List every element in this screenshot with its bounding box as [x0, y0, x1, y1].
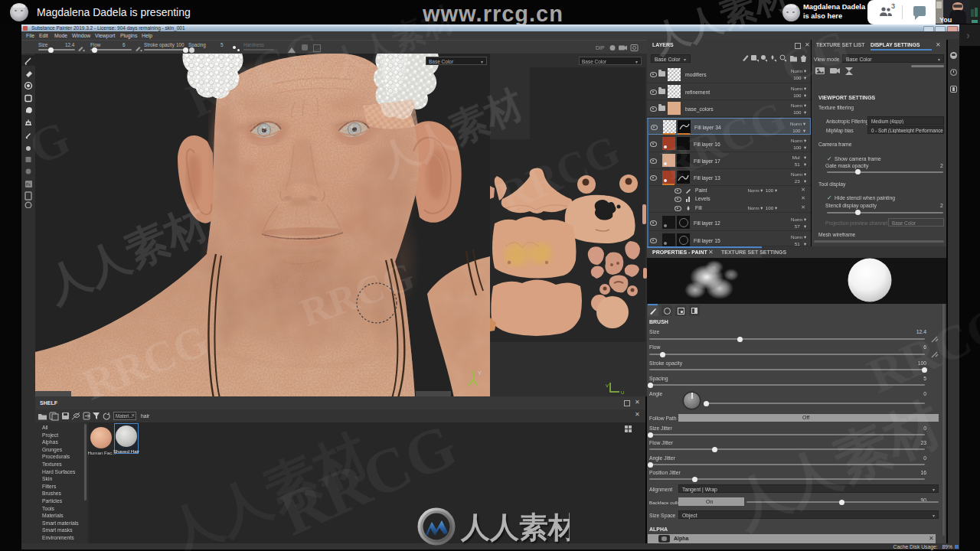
svg-text:U: U [621, 390, 624, 395]
svg-text:V: V [606, 383, 609, 388]
svg-text:人人素材: 人人素材 [460, 511, 570, 543]
svg-text:Ps: Ps [26, 182, 31, 187]
svg-text:DIP: DIP [596, 45, 605, 51]
svg-text:Y: Y [478, 370, 482, 376]
